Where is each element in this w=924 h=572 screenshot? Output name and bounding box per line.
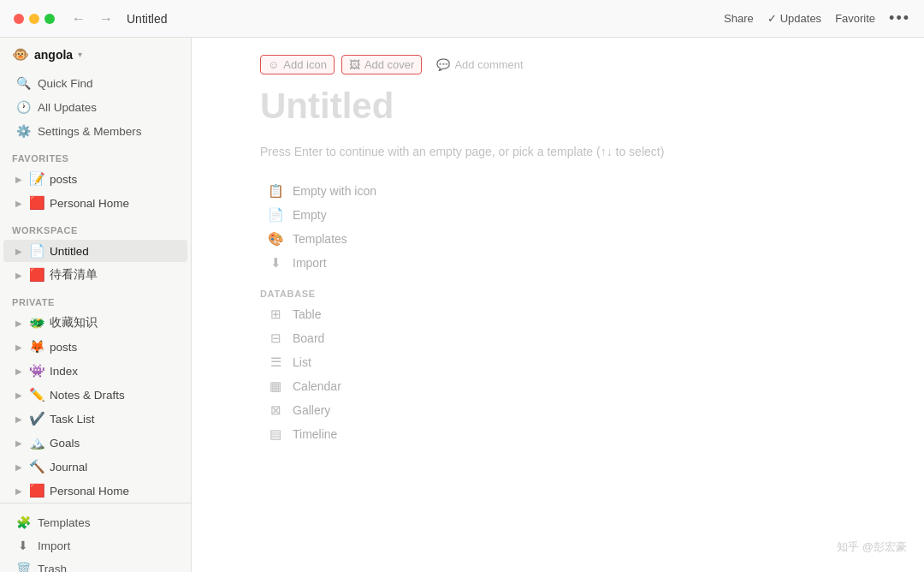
all-updates-label: All Updates [38,101,97,114]
template-item-empty-icon[interactable]: 📋 Empty with icon [260,179,856,203]
sidebar-item-templates[interactable]: 🧩 Templates [3,511,187,533]
index-icon: 👾 [29,363,44,378]
user-name: angola [34,48,73,62]
posts-fav-icon: 📝 [29,171,44,187]
sidebar-item-settings[interactable]: ⚙️ Settings & Members [3,120,187,142]
template-item-list[interactable]: ☰ List [260,350,856,374]
minimize-button[interactable] [29,14,39,24]
header-actions: Share ✓ Updates Favorite ••• [724,9,910,27]
chevron-right-icon: ▶ [15,366,22,376]
todo-list-label: 待看清单 [50,267,175,283]
user-emoji: 🐵 [12,46,29,63]
chevron-right-icon: ▶ [15,271,22,280]
page-title-bar: Untitled [127,12,167,26]
template-item-board[interactable]: ⊟ Board [260,326,856,350]
sidebar-item-todo-list[interactable]: ▶ 🟥 待看清单 [3,264,187,286]
board-icon: ⊟ [267,331,284,346]
maximize-button[interactable] [44,14,55,24]
sidebar: 🐵 angola ▾ 🔍 Quick Find 🕐 All Updates ⚙️… [0,38,192,572]
gear-icon: ⚙️ [15,124,31,138]
calendar-label: Calendar [293,379,341,393]
updates-label: Updates [780,12,821,25]
sidebar-item-quick-find[interactable]: 🔍 Quick Find [3,72,187,94]
sidebar-item-task-list[interactable]: ▶ ✔️ Task List [3,408,187,430]
add-icon-label: Add icon [283,58,327,71]
posts-priv-icon: 🦊 [29,339,44,355]
add-cover-button[interactable]: 🖼 Add cover [341,55,423,74]
forward-arrow[interactable]: → [96,9,116,28]
sidebar-item-posts-fav[interactable]: ▶ 📝 posts [3,168,187,190]
sidebar-item-collect[interactable]: ▶ 🐲 收藏知识 [3,312,187,334]
database-section-label: DATABASE [260,289,856,299]
favorites-section-label: FAVORITES [0,143,191,167]
updates-button[interactable]: ✓ Updates [767,12,821,25]
templates-icon: 🧩 [15,515,31,529]
chevron-right-icon: ▶ [15,319,22,328]
task-list-label: Task List [50,413,175,426]
trash-label: Trash [38,563,67,573]
journal-icon: 🔨 [29,459,44,474]
sidebar-item-goals[interactable]: ▶ 🏔️ Goals [3,432,187,454]
chevron-right-icon: ▶ [15,343,22,352]
content-area: ☺ Add icon 🖼 Add cover 💬 Add comment Unt… [192,38,924,572]
trash-icon: 🗑️ [15,562,31,572]
template-item-calendar[interactable]: ▦ Calendar [260,374,856,398]
close-button[interactable] [14,14,24,24]
share-button[interactable]: Share [724,12,754,25]
favorite-button[interactable]: Favorite [835,12,875,25]
sidebar-item-index[interactable]: ▶ 👾 Index [3,360,187,382]
add-comment-button[interactable]: 💬 Add comment [429,55,530,74]
sidebar-item-trash[interactable]: 🗑️ Trash [3,557,187,572]
updates-check-icon: ✓ [767,12,777,25]
template-item-table[interactable]: ⊞ Table [260,302,856,326]
page-heading[interactable]: Untitled [260,85,856,128]
posts-fav-label: posts [50,173,175,186]
sidebar-item-journal[interactable]: ▶ 🔨 Journal [3,456,187,478]
template-item-empty[interactable]: 📄 Empty [260,203,856,227]
list-label: List [293,355,311,369]
main-layout: 🐵 angola ▾ 🔍 Quick Find 🕐 All Updates ⚙️… [0,38,924,572]
add-icon-emoji: ☺ [268,58,279,71]
chevron-right-icon: ▶ [15,462,22,472]
timeline-icon: ▤ [267,426,284,442]
goals-label: Goals [50,437,175,450]
board-label: Board [293,331,324,345]
personal-home-fav-icon: 🟥 [29,195,44,211]
more-button[interactable]: ••• [889,9,910,27]
posts-priv-label: posts [50,341,175,354]
sidebar-item-posts-priv[interactable]: ▶ 🦊 posts [3,336,187,358]
sidebar-item-notes[interactable]: ▶ ✏️ Notes & Drafts [3,384,187,406]
templates-palette-icon: 🎨 [267,231,284,247]
sidebar-item-all-updates[interactable]: 🕐 All Updates [3,96,187,118]
private-section-label: PRIVATE [0,287,191,311]
add-icon-button[interactable]: ☺ Add icon [260,55,335,74]
empty-icon-icon: 📋 [267,183,284,199]
settings-label: Settings & Members [38,125,142,138]
sidebar-item-personal-home-fav[interactable]: ▶ 🟥 Personal Home [3,192,187,214]
import-down-icon: ⬇ [267,255,284,271]
gallery-icon: ⊠ [267,402,284,418]
sidebar-user[interactable]: 🐵 angola ▾ [0,38,191,71]
template-item-import[interactable]: ⬇ Import [260,251,856,275]
back-arrow[interactable]: ← [68,9,89,28]
traffic-lights [14,14,55,24]
timeline-label: Timeline [293,427,337,441]
table-label: Table [293,307,321,321]
collect-icon: 🐲 [29,315,44,331]
sidebar-item-personal-home[interactable]: ▶ 🟥 Personal Home [3,480,187,502]
notes-label: Notes & Drafts [50,389,175,402]
todo-list-icon: 🟥 [29,267,44,283]
chevron-right-icon: ▶ [15,390,22,400]
nav-arrows: ← → [68,9,116,28]
template-item-gallery[interactable]: ⊠ Gallery [260,398,856,422]
search-icon: 🔍 [15,76,31,90]
template-item-templates[interactable]: 🎨 Templates [260,227,856,251]
chevron-right-icon: ▶ [15,486,22,496]
title-bar: ← → Untitled Share ✓ Updates Favorite ••… [0,0,924,38]
template-section: 📋 Empty with icon 📄 Empty 🎨 Templates ⬇ … [260,179,856,275]
sidebar-item-untitled[interactable]: ▶ 📄 Untitled [3,240,187,262]
import-template-label: Import [293,256,327,270]
personal-home-label: Personal Home [50,485,175,498]
sidebar-item-import[interactable]: ⬇ Import [3,534,187,557]
template-item-timeline[interactable]: ▤ Timeline [260,422,856,446]
